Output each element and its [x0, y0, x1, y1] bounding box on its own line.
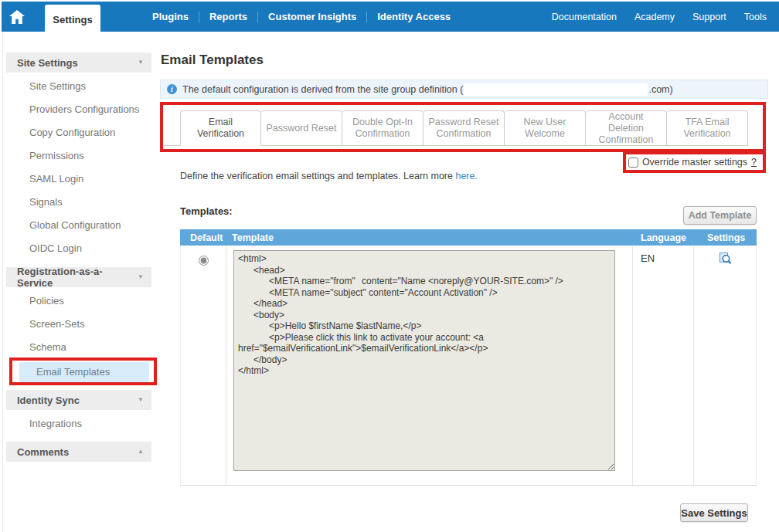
nav-links: Documentation Academy Support Tools — [552, 12, 779, 22]
home-button[interactable] — [2, 2, 32, 32]
learn-more-link[interactable]: here. — [455, 171, 478, 181]
override-master-settings-row: Override master settings ? — [623, 151, 766, 173]
tab-account-deletion-confirmation[interactable]: Account Deletion Confirmation — [586, 110, 667, 146]
chevron-up-icon: ▲ — [138, 449, 144, 455]
sidebar-item-screen-sets[interactable]: Screen-Sets — [6, 313, 151, 336]
template-code-textarea[interactable]: <html> <head> <META name="from" content=… — [233, 250, 615, 471]
column-header-default: Default — [180, 229, 226, 246]
top-nav: Settings Plugins Reports Customer Insigh… — [2, 2, 779, 32]
add-template-button[interactable]: Add Template — [683, 206, 757, 225]
tab-password-reset[interactable]: Password Reset — [261, 110, 342, 146]
chevron-down-icon: ▼ — [138, 274, 144, 280]
language-cell: EN — [633, 246, 694, 485]
sidebar-item-integrations[interactable]: Integrations — [6, 412, 151, 435]
sidebar-item-providers-configurations[interactable]: Providers Configurations — [6, 98, 151, 121]
templates-label: Templates: — [180, 205, 233, 217]
template-cell: <html> <head> <META name="from" content=… — [226, 246, 633, 485]
chevron-down-icon: ▼ — [138, 397, 144, 403]
sidebar-item-global-configuration[interactable]: Global Configuration — [6, 214, 151, 237]
tab-password-reset-confirmation[interactable]: Password Reset Confirmation — [424, 110, 505, 146]
column-header-template: Template — [226, 229, 633, 246]
column-header-language: Language — [633, 229, 694, 246]
tab-double-opt-in-confirmation[interactable]: Double Opt-In Confirmation — [342, 110, 424, 146]
sidebar-item-policies[interactable]: Policies — [6, 290, 151, 313]
nav-link-tools[interactable]: Tools — [744, 12, 767, 22]
preview-template-button[interactable] — [719, 252, 732, 265]
sidebar-item-schema[interactable]: Schema — [6, 336, 151, 359]
tab-tfa-email-verification[interactable]: TFA Email Verification — [667, 110, 748, 146]
save-settings-button[interactable]: Save Settings — [680, 503, 748, 522]
sidebar-header-comments[interactable]: Comments ▲ — [6, 442, 151, 462]
templates-table: Default Template Language Settings <html… — [180, 229, 757, 486]
sidebar-item-saml-login[interactable]: SAML Login — [6, 168, 151, 191]
page-left-edge — [2, 32, 3, 532]
sidebar-item-site-settings[interactable]: Site Settings — [6, 75, 151, 98]
sidebar-item-signals[interactable]: Signals — [6, 191, 151, 214]
nav-tab-plugins[interactable]: Plugins — [142, 11, 199, 22]
info-icon: i — [167, 84, 177, 94]
sidebar-header-label: Identity Sync — [17, 395, 80, 406]
description-text: Define the verification email settings a… — [180, 171, 453, 181]
magnifier-icon — [719, 252, 732, 265]
chevron-down-icon: ▼ — [138, 59, 144, 66]
banner-text-after: .com) — [648, 84, 672, 95]
sidebar-item-email-templates[interactable]: Email Templates — [19, 362, 149, 382]
default-cell — [181, 246, 226, 485]
redacted-site-name — [464, 83, 648, 96]
table-row: <html> <head> <META name="from" content=… — [180, 246, 757, 486]
nav-tab-reports[interactable]: Reports — [199, 11, 257, 22]
nav-link-academy[interactable]: Academy — [634, 12, 675, 22]
sidebar-item-copy-configuration[interactable]: Copy Configuration — [6, 121, 151, 144]
table-header-row: Default Template Language Settings — [180, 229, 757, 246]
settings-cell — [694, 246, 756, 485]
nav-menu: Plugins Reports Customer Insights Identi… — [142, 11, 461, 22]
sidebar-header-site-settings[interactable]: Site Settings ▼ — [6, 53, 151, 73]
sidebar-section-raas: Registration-as-a-Service ▼ Policies Scr… — [6, 267, 151, 382]
tab-email-verification[interactable]: Email Verification — [180, 110, 261, 146]
nav-tab-settings[interactable]: Settings — [45, 5, 100, 35]
override-help-link[interactable]: ? — [751, 157, 757, 168]
sidebar-section-comments: Comments ▲ — [6, 442, 151, 462]
template-tabs: Email Verification Password Reset Double… — [180, 110, 748, 146]
tab-new-user-welcome[interactable]: New User Welcome — [505, 110, 586, 146]
tabs-baseline — [164, 145, 180, 146]
sidebar-section-site-settings: Site Settings ▼ Site Settings Providers … — [6, 53, 151, 260]
sidebar-header-label: Comments — [17, 446, 69, 458]
nav-tab-identity-access[interactable]: Identity Access — [367, 11, 461, 22]
tab-description: Define the verification email settings a… — [180, 171, 478, 181]
sidebar-header-label: Site Settings — [17, 57, 78, 69]
nav-tab-customer-insights[interactable]: Customer Insights — [258, 11, 366, 22]
banner-text-before: The default configuration is derived fro… — [182, 84, 463, 95]
page-title: Email Templates — [161, 53, 264, 68]
home-icon — [9, 9, 26, 25]
sidebar-item-oidc-login[interactable]: OIDC Login — [6, 237, 151, 260]
default-template-radio[interactable] — [199, 256, 209, 266]
nav-link-support[interactable]: Support — [692, 12, 726, 22]
info-banner: i The default configuration is derived f… — [160, 80, 768, 99]
sidebar-section-identity-sync: Identity Sync ▼ Integrations — [6, 390, 151, 435]
sidebar-item-permissions[interactable]: Permissions — [6, 144, 151, 168]
sidebar-header-registration-as-a-service[interactable]: Registration-as-a-Service ▼ — [6, 267, 151, 287]
nav-link-documentation[interactable]: Documentation — [552, 12, 617, 22]
sidebar-header-identity-sync[interactable]: Identity Sync ▼ — [6, 390, 151, 410]
override-master-settings-label: Override master settings — [642, 157, 747, 168]
override-master-settings-checkbox[interactable] — [628, 158, 638, 168]
sidebar-header-label: Registration-as-a-Service — [17, 266, 138, 289]
column-header-settings: Settings — [694, 229, 757, 246]
